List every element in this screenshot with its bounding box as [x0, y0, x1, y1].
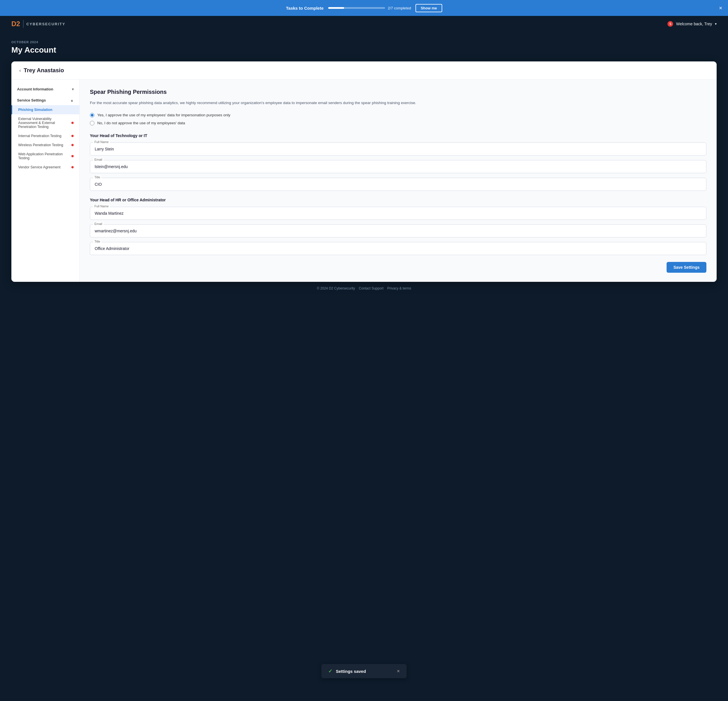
logo-separator	[23, 20, 24, 28]
radio-option-no[interactable]: No, I do not approve the use of my emplo…	[90, 121, 706, 126]
hr-email-label: Email	[93, 222, 104, 225]
webapp-pt-label: Web Application Penetration Testing	[18, 152, 71, 160]
progress-bar-fill	[328, 7, 344, 9]
vendor-agreement-label: Vendor Service Agreement	[18, 165, 61, 169]
top-banner: Tasks to Complete 2/7 completed Show me …	[0, 0, 728, 16]
webapp-pt-dot	[71, 155, 74, 157]
navbar: D2 CYBERSECURITY 5 Welcome back, Trey ▾	[0, 16, 728, 32]
hr-fullname-input[interactable]	[90, 207, 706, 220]
hr-fullname-label: Full Name	[93, 204, 110, 208]
welcome-text: Welcome back, Trey	[676, 22, 712, 26]
sidebar-item-internal-pt[interactable]: Internal Penetration Testing	[12, 132, 79, 140]
footer-copyright: © 2024 D2 Cybersecurity	[317, 286, 355, 291]
toast-check-icon: ✓	[328, 668, 332, 674]
hr-title-label: Title	[93, 240, 101, 243]
logo-d2: D2	[12, 20, 20, 28]
card-header: ‹ Trey Anastasio	[12, 61, 716, 79]
notification-badge[interactable]: 5	[667, 21, 673, 27]
sidebar-item-vendor-agreement[interactable]: Vendor Service Agreement	[12, 163, 79, 172]
external-va-label: External Vulnerability Assessment & Exte…	[18, 117, 71, 129]
hr-fullname-group: Full Name	[90, 207, 706, 220]
hr-email-input[interactable]	[90, 224, 706, 237]
main-card: ‹ Trey Anastasio Account Information ▾ S…	[12, 61, 716, 282]
progress-bar-track	[328, 7, 385, 9]
page-subtitle: OCTOBER 2024	[12, 40, 716, 44]
phishing-simulation-label: Phishing Simulation	[18, 108, 52, 112]
radio-option-yes[interactable]: Yes, I approve the use of my employees' …	[90, 113, 706, 117]
progress-bar-container: 2/7 completed	[328, 6, 411, 10]
it-title-group: Title	[90, 178, 706, 191]
toast-close-button[interactable]: ×	[397, 668, 400, 674]
radio-yes-input[interactable]	[90, 113, 94, 117]
sidebar-items: Phishing Simulation External Vulnerabili…	[12, 105, 79, 172]
radio-no-input[interactable]	[90, 121, 94, 126]
it-title-label: Title	[93, 175, 101, 179]
it-fullname-group: Full Name	[90, 143, 706, 156]
chevron-down-icon[interactable]: ▾	[715, 22, 716, 26]
it-email-input[interactable]	[90, 160, 706, 173]
sidebar-item-phishing-simulation[interactable]: Phishing Simulation	[12, 105, 79, 114]
internal-pt-label: Internal Penetration Testing	[18, 134, 61, 138]
account-chevron-icon: ▾	[72, 87, 74, 91]
radio-group: Yes, I approve the use of my employees' …	[90, 113, 706, 126]
page-footer: © 2024 D2 Cybersecurity Contact Support …	[12, 282, 716, 295]
show-me-button[interactable]: Show me	[416, 4, 442, 12]
save-settings-button[interactable]: Save Settings	[667, 262, 706, 273]
it-email-group: Email	[90, 160, 706, 173]
service-settings-label: Service Settings	[17, 98, 46, 103]
sidebar-service-settings[interactable]: Service Settings ▲	[12, 95, 79, 105]
main-content-area: Spear Phishing Permissions For the most …	[79, 79, 716, 282]
account-information-label: Account Information	[17, 87, 53, 91]
vendor-agreement-dot	[71, 166, 74, 168]
progress-label: 2/7 completed	[388, 6, 411, 10]
footer-privacy[interactable]: Privacy & terms	[387, 286, 411, 291]
card-body: Account Information ▾ Service Settings ▲…	[12, 79, 716, 282]
sidebar: Account Information ▾ Service Settings ▲…	[12, 79, 79, 282]
sidebar-section-account: Account Information ▾	[12, 84, 79, 94]
hr-title-input[interactable]	[90, 242, 706, 255]
hr-email-group: Email	[90, 224, 706, 237]
logo-area: D2 CYBERSECURITY	[12, 20, 65, 28]
hr-title-group: Title	[90, 242, 706, 255]
internal-pt-dot	[71, 135, 74, 137]
back-arrow-icon[interactable]: ‹	[19, 68, 21, 73]
it-title-input[interactable]	[90, 178, 706, 191]
page-content: OCTOBER 2024 My Account ‹ Trey Anastasio…	[0, 32, 728, 701]
sidebar-account-information[interactable]: Account Information ▾	[12, 84, 79, 94]
toast-left: ✓ Settings saved	[328, 668, 366, 674]
radio-no-label: No, I do not approve the use of my emplo…	[97, 121, 185, 125]
card-title: Trey Anastasio	[24, 67, 64, 74]
page-title: My Account	[12, 45, 716, 55]
nav-right: 5 Welcome back, Trey ▾	[667, 21, 716, 27]
it-fullname-input[interactable]	[90, 143, 706, 156]
wireless-pt-dot	[71, 144, 74, 146]
service-chevron-icon: ▲	[70, 98, 74, 103]
banner-close-button[interactable]: ×	[719, 5, 722, 11]
sidebar-section-service: Service Settings ▲ Phishing Simulation E…	[12, 95, 79, 172]
sidebar-item-external-va[interactable]: External Vulnerability Assessment & Exte…	[12, 114, 79, 132]
external-va-dot	[71, 122, 74, 124]
toast-message: Settings saved	[336, 669, 366, 674]
settings-saved-toast: ✓ Settings saved ×	[321, 664, 407, 678]
sidebar-item-wireless-pt[interactable]: Wireless Penetration Testing	[12, 140, 79, 150]
it-email-label: Email	[93, 158, 104, 161]
footer-contact-support[interactable]: Contact Support	[359, 286, 384, 291]
content-description: For the most accurate spear phishing dat…	[90, 100, 706, 106]
content-title: Spear Phishing Permissions	[90, 89, 706, 95]
it-fullname-label: Full Name	[93, 140, 110, 144]
save-btn-area: Save Settings	[90, 262, 706, 273]
section2-title: Your Head of HR or Office Administrator	[90, 198, 706, 202]
radio-yes-label: Yes, I approve the use of my employees' …	[97, 113, 230, 117]
logo-cybersecurity: CYBERSECURITY	[26, 22, 65, 26]
wireless-pt-label: Wireless Penetration Testing	[18, 143, 63, 147]
sidebar-item-webapp-pt[interactable]: Web Application Penetration Testing	[12, 150, 79, 163]
banner-text: Tasks to Complete	[286, 6, 324, 10]
section1-title: Your Head of Technology or IT	[90, 133, 706, 138]
